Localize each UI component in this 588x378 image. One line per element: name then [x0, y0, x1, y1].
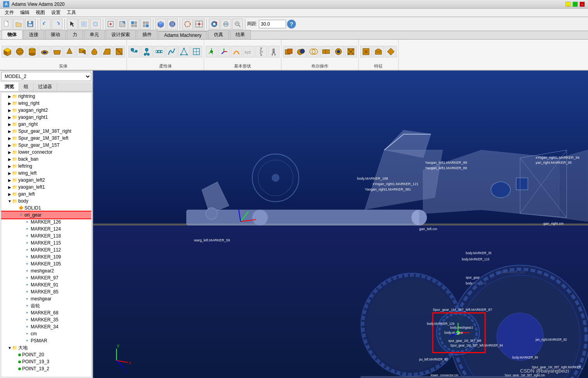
tree-item-yaogan_right1[interactable]: ▶📁yaogan_right1 — [1, 114, 91, 121]
revolve-icon[interactable] — [88, 46, 100, 57]
tab-drive[interactable]: 驱动 — [45, 30, 66, 39]
redo-button[interactable] — [52, 19, 62, 29]
tab-connect[interactable]: 连接 — [23, 30, 44, 39]
tree-item-MARKER_85[interactable]: ✦MARKER_85 — [1, 288, 91, 295]
tree-item-Spur_gear_1M_38T_right[interactable]: ▶📁Spur_gear_1M_38T_right — [1, 128, 91, 135]
zoom-in-button[interactable] — [117, 19, 128, 29]
menu-file[interactable]: 文件 — [2, 9, 17, 17]
tree-item-MARKER_35[interactable]: ✦MARKER_35 — [1, 316, 91, 323]
tree-expander-Spur_gear_1M_15T[interactable]: ▶ — [7, 143, 12, 147]
tree-item-yaogan_right2[interactable]: ▶📁yaogan_right2 — [1, 107, 91, 114]
person-icon[interactable] — [268, 46, 279, 57]
flex1-icon[interactable] — [128, 46, 140, 57]
select-button[interactable] — [67, 19, 78, 29]
box-icon[interactable] — [2, 46, 13, 57]
tab-design[interactable]: 设计探索 — [106, 30, 136, 39]
tree-item-meshgear2[interactable]: ✦meshgear2 — [1, 267, 91, 274]
extrude-icon[interactable] — [76, 46, 88, 57]
view3d-button[interactable] — [167, 19, 178, 29]
tree-item-MARKER_109[interactable]: ✦MARKER_109 — [1, 253, 91, 260]
tree-expander-yaogan_left1[interactable]: ▶ — [7, 185, 12, 189]
feat2-icon[interactable] — [373, 46, 384, 57]
zoom-fit-button[interactable] — [105, 19, 116, 29]
tree-item-MARKER_112[interactable]: ✦MARKER_112 — [1, 246, 91, 253]
tree-item-wing_left[interactable]: ▶📁wing_left — [1, 170, 91, 177]
tree-container[interactable]: ▶📁rightring▶📁wing_right▶📁yaogan_right2▶📁… — [1, 92, 92, 377]
help-button[interactable]: ? — [287, 19, 296, 29]
tab-result[interactable]: 结果 — [230, 30, 251, 39]
tab-unit[interactable]: 单元 — [84, 30, 105, 39]
tree-item-Spur_gear_1M_38T_left[interactable]: ▶📁Spur_gear_1M_38T_left — [1, 135, 91, 142]
tree-expander-Spur_gear_1M_38T_right[interactable]: ▶ — [7, 129, 12, 134]
tree-expander-gan_right[interactable]: ▶ — [7, 122, 12, 127]
tree-item-MARKER_115[interactable]: ✦MARKER_115 — [1, 239, 91, 246]
tree-expander-yaogan_right2[interactable]: ▶ — [7, 108, 12, 113]
tree-expander-wing_right[interactable]: ▶ — [7, 101, 12, 106]
bool-intersect-icon[interactable] — [308, 46, 319, 57]
sphere-icon[interactable] — [14, 46, 26, 57]
tree-expander-leftring[interactable]: ▶ — [7, 164, 12, 168]
cut-icon[interactable] — [113, 46, 125, 57]
tree-item-POINT_20[interactable]: POINT_20 — [1, 351, 91, 358]
frustum-icon[interactable] — [64, 46, 75, 57]
chamfer-icon[interactable] — [101, 46, 113, 57]
tree-item-POINT_19_3[interactable]: POINT_19_3 — [1, 358, 91, 365]
frame-icon[interactable] — [218, 46, 230, 57]
tree-item-MARKER_126[interactable]: ✦MARKER_126 — [1, 218, 91, 225]
spring-icon[interactable] — [255, 46, 267, 57]
tree-expander-body[interactable]: ▼ — [7, 199, 12, 203]
zoom-button[interactable] — [232, 19, 243, 29]
tree-item-yaogan_left1[interactable]: ▶📁yaogan_left1 — [1, 184, 91, 191]
tree-item-MARKER_34[interactable]: ✦MARKER_34 — [1, 323, 91, 330]
torus-icon[interactable] — [39, 46, 50, 57]
tree-item-lower_connector[interactable]: ▶📁lower_connector — [1, 149, 91, 156]
tree-item-meshgear[interactable]: ✦meshgear — [1, 295, 91, 302]
tree-item-gear_kanji[interactable]: ✦齿轮 — [1, 302, 91, 309]
distance-input[interactable] — [259, 20, 286, 28]
tree-expander-gan_left[interactable]: ▶ — [7, 192, 12, 196]
tree-item-MARKER_68[interactable]: ✦MARKER_68 — [1, 309, 91, 316]
tree-expander-back_ban[interactable]: ▶ — [7, 157, 12, 161]
tab-filter[interactable]: 过滤器 — [33, 82, 57, 91]
tree-expander-lower_connector[interactable]: ▶ — [7, 150, 12, 154]
feat3-icon[interactable] — [385, 46, 397, 57]
tree-item-cm[interactable]: ✦cm — [1, 330, 91, 337]
point-icon[interactable] — [206, 46, 217, 57]
select-mode-button[interactable] — [182, 19, 193, 29]
bool-diff-icon[interactable] — [295, 46, 307, 57]
tree-item-ori_gear[interactable]: ⚙ori_gear — [1, 212, 91, 218]
tree-item-wing_right[interactable]: ▶📁wing_right — [1, 100, 91, 107]
tree-expander-wing_left[interactable]: ▶ — [7, 171, 12, 175]
bool-6-icon[interactable] — [345, 46, 357, 57]
tree-item-body[interactable]: ▼📁body — [1, 198, 91, 205]
tab-machinery[interactable]: Adams Machinery — [158, 31, 207, 39]
menu-view[interactable]: 视图 — [33, 9, 48, 17]
tree-item-leftring[interactable]: ▶📁leftring — [1, 163, 91, 170]
tree-item-MARKER_97[interactable]: ✦MARKER_97 — [1, 274, 91, 281]
menu-tools[interactable]: 工具 — [64, 9, 79, 17]
undo-button[interactable] — [40, 19, 51, 29]
maximize-button[interactable]: □ — [572, 2, 578, 7]
arc-icon[interactable] — [231, 46, 242, 57]
tree-item-SOLID1[interactable]: 🔶SOLID1 — [1, 205, 91, 212]
tab-browse[interactable]: 浏览 — [0, 82, 19, 91]
tree-item-MARKER_105[interactable]: ✦MARKER_105 — [1, 260, 91, 267]
tree-item-gan_right[interactable]: ▶📁gan_right — [1, 121, 91, 128]
tab-objects[interactable]: 物体 — [2, 30, 23, 39]
tree-item-back_ban[interactable]: ▶📁back_ban — [1, 156, 91, 163]
grid-button[interactable] — [194, 19, 205, 29]
tree-item-PSMAR[interactable]: ✦PSMAR — [1, 337, 91, 344]
minimize-button[interactable]: _ — [565, 2, 571, 7]
flex5-icon[interactable] — [178, 46, 190, 57]
tree-item-ground[interactable]: ▼📁大地 — [1, 344, 91, 351]
cylinder-icon[interactable] — [26, 46, 38, 57]
close-button[interactable]: × — [579, 2, 585, 7]
tree-item-MARKER_91[interactable]: ✦MARKER_91 — [1, 281, 91, 288]
tree-item-Spur_gear_1M_15T[interactable]: ▶📁Spur_gear_1M_15T — [1, 142, 91, 149]
flex3-icon[interactable] — [153, 46, 165, 57]
tree-item-rightring[interactable]: ▶📁rightring — [1, 93, 91, 100]
sim-button[interactable] — [209, 19, 220, 29]
menu-settings[interactable]: 设置 — [48, 9, 64, 17]
tree-item-yaogan_left2[interactable]: ▶📁yaogan_left2 — [1, 177, 91, 184]
cube-view-button[interactable] — [155, 19, 166, 29]
